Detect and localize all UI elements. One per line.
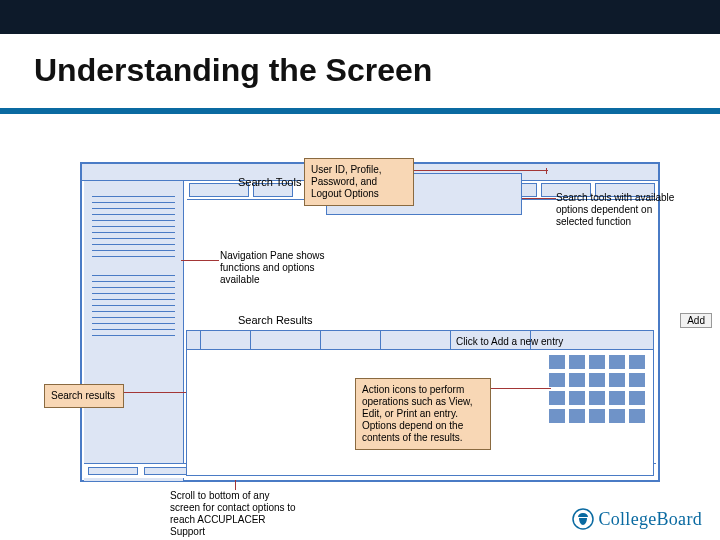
action-icon[interactable] (629, 373, 645, 387)
action-icon[interactable] (549, 391, 565, 405)
action-icon[interactable] (589, 391, 605, 405)
callout-nav-pane: Navigation Pane shows functions and opti… (220, 250, 340, 286)
connector-line (124, 392, 186, 393)
nav-item (92, 226, 175, 227)
action-icon[interactable] (569, 391, 585, 405)
connector-line (546, 168, 547, 174)
callout-search-tools: Search tools with available options depe… (556, 192, 676, 228)
action-icon[interactable] (609, 409, 625, 423)
click-add-label: Click to Add a new entry (456, 336, 563, 347)
action-icon[interactable] (549, 409, 565, 423)
action-icon[interactable] (589, 355, 605, 369)
title-band-dark (0, 0, 720, 34)
nav-item (92, 202, 175, 203)
nav-item (92, 232, 175, 233)
footer-link (88, 467, 138, 475)
action-icon[interactable] (549, 355, 565, 369)
connector-line (414, 170, 548, 171)
nav-item (92, 196, 175, 197)
nav-item (92, 287, 175, 288)
connector-line (181, 260, 219, 261)
nav-item (92, 335, 175, 336)
nav-item (92, 208, 175, 209)
nav-item (92, 323, 175, 324)
action-icons-grid (549, 355, 645, 423)
nav-item (92, 329, 175, 330)
results-col (187, 331, 201, 349)
nav-item (92, 220, 175, 221)
action-icon[interactable] (549, 373, 565, 387)
action-icon[interactable] (629, 409, 645, 423)
results-col (201, 331, 251, 349)
nav-item (92, 256, 175, 257)
nav-item (92, 317, 175, 318)
nav-item (92, 214, 175, 215)
nav-item (92, 281, 175, 282)
connector-line (235, 480, 236, 490)
nav-item (92, 244, 175, 245)
brand-name: CollegeBoard (598, 509, 702, 530)
callout-action-icons: Action icons to perform operations such … (355, 378, 491, 450)
nav-item (92, 311, 175, 312)
add-button[interactable]: Add (680, 313, 712, 328)
action-icon[interactable] (589, 373, 605, 387)
slide-stage: Understanding the Screen (0, 0, 720, 540)
connector-line (491, 388, 551, 389)
action-icon[interactable] (609, 391, 625, 405)
action-icon[interactable] (609, 355, 625, 369)
action-icon[interactable] (629, 355, 645, 369)
title-band: Understanding the Screen (0, 0, 720, 114)
action-icon[interactable] (629, 391, 645, 405)
action-icon[interactable] (569, 409, 585, 423)
results-col (251, 331, 321, 349)
results-col (321, 331, 381, 349)
action-icon[interactable] (569, 355, 585, 369)
brand-logo: CollegeBoard (572, 508, 702, 530)
callout-search-results: Search results (44, 384, 124, 408)
action-icon[interactable] (569, 373, 585, 387)
search-tools-label: Search Tools (238, 176, 301, 188)
navigation-pane[interactable] (84, 181, 184, 481)
callout-user-id: User ID, Profile, Password, and Logout O… (304, 158, 414, 206)
acorn-icon (572, 508, 594, 530)
search-results-label: Search Results (238, 314, 313, 326)
results-header (187, 331, 653, 350)
nav-item (92, 293, 175, 294)
nav-item (92, 250, 175, 251)
callout-scroll-footer: Scroll to bottom of any screen for conta… (170, 490, 300, 538)
action-icon[interactable] (589, 409, 605, 423)
results-col (381, 331, 451, 349)
page-title: Understanding the Screen (34, 52, 432, 89)
nav-item (92, 305, 175, 306)
nav-item (92, 238, 175, 239)
connector-line (522, 198, 556, 199)
action-icon[interactable] (609, 373, 625, 387)
nav-item (92, 275, 175, 276)
nav-item (92, 299, 175, 300)
